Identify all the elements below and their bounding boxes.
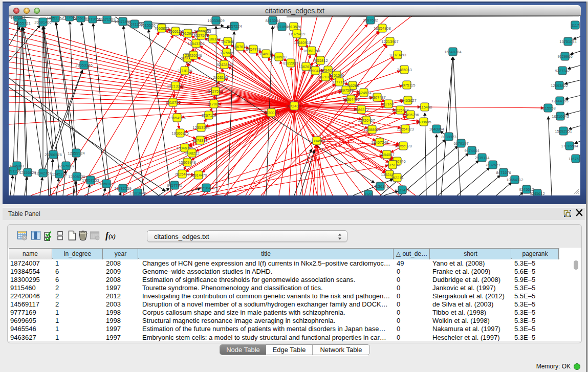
svg-text:10958127: 10958127 <box>98 182 115 186</box>
svg-text:19463627: 19463627 <box>399 98 416 103</box>
svg-text:12923448: 12923448 <box>129 191 146 195</box>
svg-text:20691406: 20691406 <box>34 20 51 25</box>
svg-text:12093822: 12093822 <box>551 83 568 88</box>
svg-text:1345194: 1345194 <box>52 172 67 177</box>
svg-text:9227342: 9227342 <box>555 69 570 73</box>
svg-text:1733426: 1733426 <box>395 188 409 192</box>
svg-text:3498222: 3498222 <box>184 151 199 156</box>
svg-text:6897568: 6897568 <box>338 88 353 93</box>
svg-text:13654923: 13654923 <box>397 127 413 132</box>
svg-text:2935114: 2935114 <box>475 156 490 160</box>
svg-text:9242848: 9242848 <box>216 62 231 67</box>
svg-text:9165: 9165 <box>364 192 373 195</box>
svg-text:8938923: 8938923 <box>441 135 456 139</box>
svg-text:1117: 1117 <box>571 23 579 28</box>
svg-text:8427512: 8427512 <box>208 89 223 94</box>
svg-text:9684067: 9684067 <box>379 152 394 157</box>
svg-text:13640910: 13640910 <box>294 40 311 45</box>
svg-text:8813054: 8813054 <box>265 18 280 23</box>
svg-text:1615132: 1615132 <box>385 163 400 167</box>
svg-text:3875685: 3875685 <box>219 51 234 55</box>
svg-text:2867618: 2867618 <box>232 45 247 49</box>
svg-text:8322037: 8322037 <box>283 61 298 65</box>
svg-text:252214: 252214 <box>390 176 403 180</box>
svg-text:5930023: 5930023 <box>264 111 278 115</box>
svg-text:16154808: 16154808 <box>374 26 390 31</box>
svg-text:2986372: 2986372 <box>354 107 368 112</box>
svg-text:10307487: 10307487 <box>368 95 385 100</box>
svg-text:20756928: 20756928 <box>395 144 411 148</box>
svg-text:15692951: 15692951 <box>555 129 572 134</box>
svg-text:10688609: 10688609 <box>363 127 380 132</box>
svg-text:8471676: 8471676 <box>496 170 511 175</box>
svg-text:15909948: 15909948 <box>179 160 195 165</box>
svg-text:7357224: 7357224 <box>227 24 242 29</box>
svg-text:1610755: 1610755 <box>165 100 180 105</box>
svg-text:12342757: 12342757 <box>34 171 51 176</box>
svg-text:2718176: 2718176 <box>177 69 192 73</box>
svg-text:7955812: 7955812 <box>313 58 328 63</box>
svg-text:15720407: 15720407 <box>358 118 375 123</box>
svg-text:18724007: 18724007 <box>286 104 302 108</box>
svg-text:8878312: 8878312 <box>192 138 207 143</box>
svg-text:19055721: 19055721 <box>13 21 30 26</box>
svg-text:9699695: 9699695 <box>416 120 431 124</box>
svg-text:11325419: 11325419 <box>289 32 306 36</box>
svg-text:12213382: 12213382 <box>167 84 184 89</box>
svg-text:7632621: 7632621 <box>485 163 500 167</box>
svg-text:547546: 547546 <box>221 39 234 44</box>
svg-text:1588520: 1588520 <box>271 55 286 59</box>
svg-text:9474444: 9474444 <box>464 148 479 153</box>
svg-text:17016504: 17016504 <box>561 144 578 148</box>
svg-text:1167534: 1167534 <box>569 157 580 161</box>
svg-text:16210643: 16210643 <box>552 114 569 119</box>
svg-text:8186328: 8186328 <box>205 37 220 41</box>
svg-text:2687682: 2687682 <box>363 18 378 23</box>
svg-text:12444195: 12444195 <box>551 99 568 103</box>
svg-text:20364436: 20364436 <box>342 97 359 102</box>
svg-text:12213967: 12213967 <box>381 39 398 44</box>
svg-text:8454749: 8454749 <box>246 47 260 52</box>
svg-text:117008: 117008 <box>208 102 220 106</box>
svg-text:9245612: 9245612 <box>530 191 545 195</box>
svg-text:19166825: 19166825 <box>171 131 188 136</box>
svg-text:9777169: 9777169 <box>332 80 346 84</box>
svg-text:16671355: 16671355 <box>98 17 115 22</box>
svg-text:12156829: 12156829 <box>19 170 36 175</box>
svg-text:16033809: 16033809 <box>207 18 224 23</box>
svg-text:13975115: 13975115 <box>399 83 416 87</box>
svg-text:7663822: 7663822 <box>154 26 169 31</box>
svg-text:15751074: 15751074 <box>559 39 576 44</box>
svg-text:14136141: 14136141 <box>372 184 388 189</box>
svg-text:9115460: 9115460 <box>418 105 432 110</box>
svg-text:9329966: 9329966 <box>557 54 572 59</box>
svg-text:10853257: 10853257 <box>47 16 63 20</box>
svg-text:8912954: 8912954 <box>180 31 195 36</box>
svg-text:8215958: 8215958 <box>540 106 555 111</box>
svg-text:16543362: 16543362 <box>187 41 204 46</box>
svg-text:6679197: 6679197 <box>453 141 468 146</box>
svg-text:16782759: 16782759 <box>114 186 131 191</box>
svg-text:1913526: 1913526 <box>286 25 301 29</box>
svg-text:2803144: 2803144 <box>213 75 228 80</box>
svg-text:16914479: 16914479 <box>190 173 207 178</box>
svg-text:13495796: 13495796 <box>402 113 419 117</box>
svg-text:18407249: 18407249 <box>371 140 388 145</box>
svg-text:17957253: 17957253 <box>82 178 99 183</box>
svg-text:10973493: 10973493 <box>389 53 406 57</box>
svg-text:7625402: 7625402 <box>175 172 189 177</box>
svg-text:32975887: 32975887 <box>57 164 74 168</box>
svg-text:29053346: 29053346 <box>75 63 92 68</box>
svg-text:13716485: 13716485 <box>198 186 214 190</box>
svg-text:1624514: 1624514 <box>356 91 371 95</box>
svg-text:8267110: 8267110 <box>202 113 216 118</box>
svg-text:1640954: 1640954 <box>429 127 444 132</box>
svg-text:19654925: 19654925 <box>168 116 185 120</box>
svg-text:62160: 62160 <box>383 102 394 106</box>
svg-text:16648784: 16648784 <box>444 50 461 54</box>
svg-text:19384554: 19384554 <box>308 139 325 143</box>
svg-text:23420046: 23420046 <box>185 53 202 58</box>
svg-text:9457791: 9457791 <box>167 183 182 188</box>
svg-text:20206576: 20206576 <box>45 152 61 157</box>
svg-text:10654112: 10654112 <box>507 178 524 182</box>
